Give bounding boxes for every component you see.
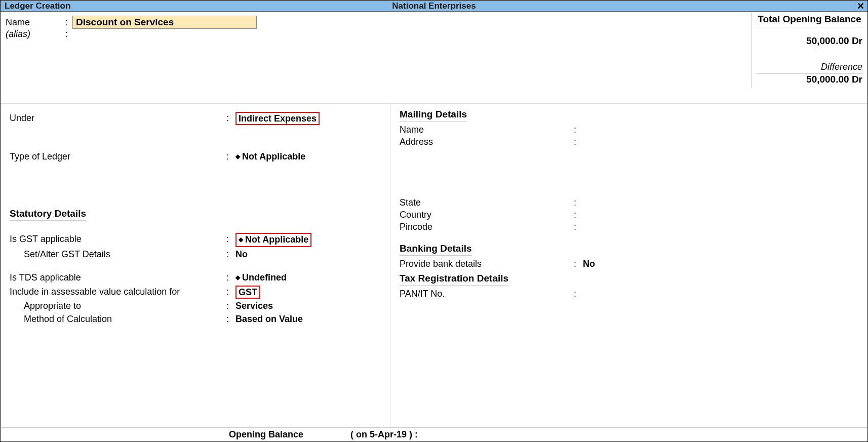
gst-alter-value[interactable]: No: [235, 248, 248, 260]
state-label: State: [400, 196, 574, 209]
tds-applicable-value[interactable]: Undefined: [235, 271, 287, 285]
opening-balance-amount: 50,000.00 Dr: [757, 35, 862, 47]
pincode-label: Pincode: [400, 221, 574, 233]
type-of-ledger-value[interactable]: Not Applicable: [235, 150, 305, 164]
gst-applicable-label: Is GST applicable: [10, 233, 226, 245]
tax-reg-header: Tax Registration Details: [400, 273, 508, 286]
under-value[interactable]: Indirect Expenses: [235, 112, 320, 125]
difference-label: Difference: [757, 62, 862, 74]
colon: :: [65, 29, 72, 39]
under-label: Under: [10, 112, 226, 124]
mail-address-label: Address: [400, 136, 574, 148]
ledger-creation-window: National Enterprises Ledger Creation ✕ N…: [0, 0, 868, 442]
gst-applicable-value[interactable]: Not Applicable: [235, 233, 311, 247]
gst-alter-label: Set/Alter GST Details: [10, 248, 226, 260]
body-columns: Under : Indirect Expenses Type of Ledger…: [1, 104, 867, 429]
statutory-details-header: Statutory Details: [10, 208, 86, 221]
name-input[interactable]: Discount on Services: [72, 16, 257, 29]
pan-label: PAN/IT No.: [400, 288, 574, 300]
left-column: Under : Indirect Expenses Type of Ledger…: [1, 104, 390, 429]
content-area: Name : Discount on Services (alias) : To…: [1, 12, 867, 441]
country-label: Country: [400, 209, 574, 221]
name-label: Name: [6, 17, 65, 28]
banking-details-header: Banking Details: [400, 243, 472, 256]
opening-balance-footer-date: ( on 5-Apr-19 ) :: [350, 429, 418, 440]
bank-details-value[interactable]: No: [583, 258, 595, 270]
opening-balance-header: Total Opening Balance: [757, 14, 862, 27]
appropriate-to-value[interactable]: Services: [235, 300, 273, 312]
mail-name-label: Name: [400, 124, 574, 136]
right-column: Mailing Details Name : Address : State :: [390, 104, 867, 429]
tds-applicable-label: Is TDS applicable: [10, 271, 226, 284]
colon: :: [65, 17, 72, 28]
opening-balance-panel: Total Opening Balance 50,000.00 Dr Diffe…: [751, 13, 867, 88]
include-assessable-value[interactable]: GST: [235, 286, 260, 299]
name-section: Name : Discount on Services (alias) :: [1, 15, 867, 41]
appropriate-to-label: Appropriate to: [10, 300, 226, 312]
footer-bar: Opening Balance ( on 5-Apr-19 ) :: [1, 427, 867, 441]
alias-label: (alias): [6, 29, 65, 39]
bank-details-label: Provide bank details: [400, 258, 574, 270]
type-of-ledger-label: Type of Ledger: [10, 150, 226, 163]
method-calc-label: Method of Calculation: [10, 313, 226, 325]
mailing-details-header: Mailing Details: [400, 109, 467, 122]
include-assessable-label: Include in assessable value calculation …: [10, 286, 226, 298]
method-calc-value[interactable]: Based on Value: [235, 313, 303, 325]
opening-balance-footer-label: Opening Balance: [229, 429, 303, 440]
difference-amount: 50,000.00 Dr: [757, 74, 862, 85]
titlebar-company: National Enterprises: [1, 1, 867, 11]
titlebar: National Enterprises Ledger Creation ✕: [1, 1, 867, 12]
close-icon[interactable]: ✕: [857, 2, 864, 11]
